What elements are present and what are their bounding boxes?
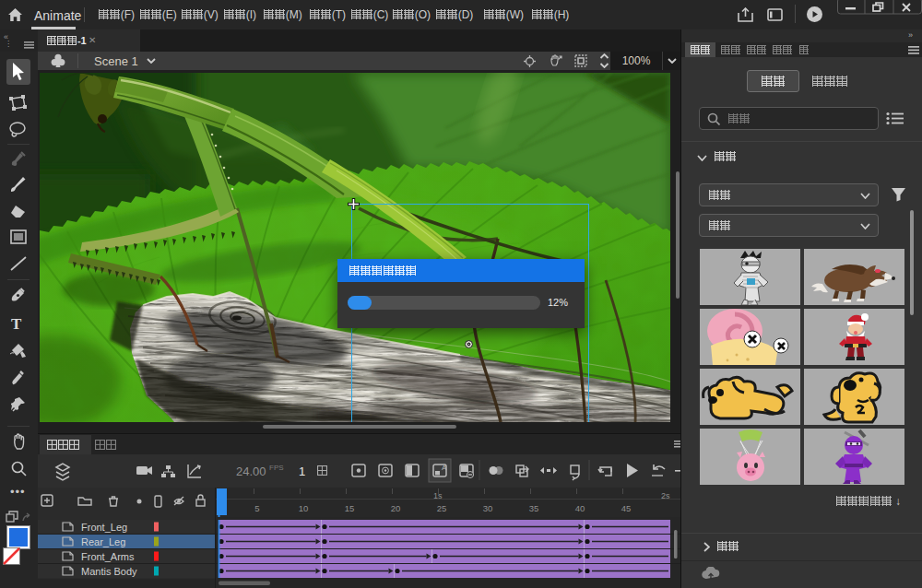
svg-text:5: 5	[254, 503, 259, 513]
svg-text:2s: 2s	[661, 491, 670, 500]
svg-text:Front_Arms: Front_Arms	[81, 551, 135, 562]
svg-text:FPS: FPS	[269, 464, 284, 472]
svg-text:25: 25	[437, 503, 447, 513]
svg-text:Front_Leg: Front_Leg	[81, 522, 127, 533]
svg-text:Mantis Body: Mantis Body	[81, 566, 137, 577]
svg-text:24.00: 24.00	[236, 465, 266, 478]
svg-text:Rear_Leg: Rear_Leg	[81, 536, 125, 547]
svg-text:35: 35	[529, 503, 539, 513]
svg-text:1: 1	[299, 465, 305, 478]
svg-text:10: 10	[299, 503, 309, 513]
svg-text:30: 30	[483, 503, 493, 513]
svg-text:20: 20	[391, 503, 401, 513]
svg-text:15: 15	[345, 503, 355, 513]
svg-text:45: 45	[621, 503, 632, 513]
svg-text:1s: 1s	[433, 491, 443, 500]
svg-text:40: 40	[575, 503, 585, 513]
svg-text:A: A	[442, 464, 447, 472]
